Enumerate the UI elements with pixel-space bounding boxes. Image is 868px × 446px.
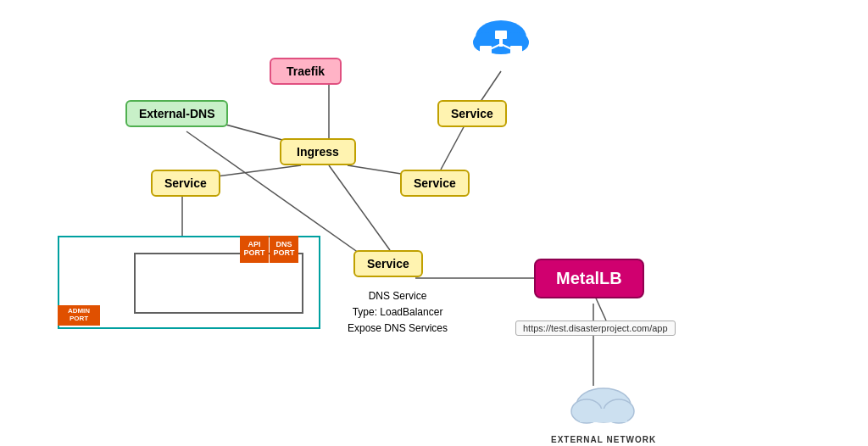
metallb-label: MetalLB <box>556 269 622 288</box>
external-dns-label: External-DNS <box>139 107 214 120</box>
external-network: EXTERNAL NETWORK <box>551 382 656 444</box>
external-network-label: EXTERNAL NETWORK <box>551 435 656 444</box>
svg-rect-20 <box>487 53 490 58</box>
diagram: Traefik External-DNS Ingress Service Ser… <box>0 0 868 446</box>
svg-line-5 <box>441 125 465 170</box>
traefik-node: Traefik <box>270 58 342 85</box>
service-dns-node: Service <box>353 250 423 277</box>
ingress-node: Ingress <box>280 138 356 165</box>
service-left-node: Service <box>151 170 220 197</box>
svg-rect-21 <box>515 53 519 58</box>
admin-port-badge: ADMINPORT <box>58 305 100 326</box>
ingress-label: Ingress <box>297 145 339 159</box>
svg-line-7 <box>329 165 390 250</box>
traefik-label: Traefik <box>287 64 325 78</box>
dns-info-line3: Expose DNS Services <box>348 321 448 337</box>
dns-info-line1: DNS Service <box>348 288 448 304</box>
connection-lines <box>0 0 868 446</box>
dns-info-line2: Type: LoadBalancer <box>348 304 448 321</box>
service-mid-node: Service <box>400 170 470 197</box>
api-port-badge: APIPORT <box>240 236 269 263</box>
service-top-right-node: Service <box>437 100 507 127</box>
dns-port-badge: DNSPORT <box>270 236 298 263</box>
cloud-icon <box>463 12 539 71</box>
metallb-node: MetalLB <box>534 259 644 298</box>
svg-rect-16 <box>495 31 507 39</box>
service-top-right-label: Service <box>451 107 493 120</box>
url-label: https://test.disasterproject.com/app <box>515 321 676 336</box>
dns-info-text: DNS Service Type: LoadBalancer Expose DN… <box>348 288 448 337</box>
service-left-label: Service <box>164 176 207 190</box>
external-dns-node: External-DNS <box>125 100 228 127</box>
service-mid-label: Service <box>414 176 456 190</box>
svg-rect-27 <box>580 409 627 422</box>
service-dns-label: Service <box>367 257 409 270</box>
